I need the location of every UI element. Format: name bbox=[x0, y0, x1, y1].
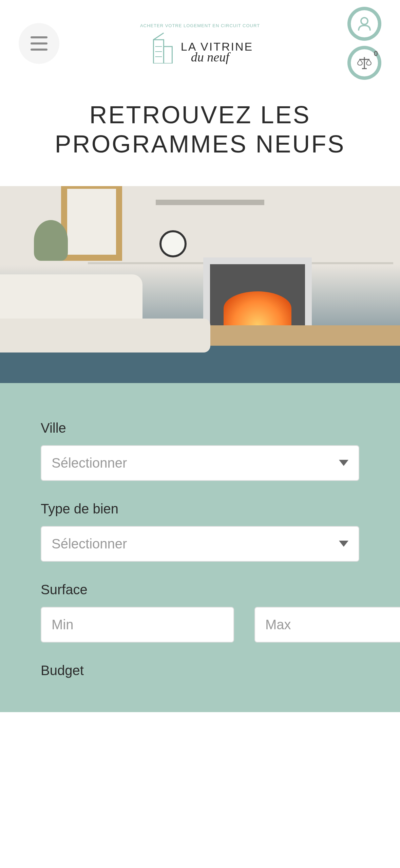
type-select[interactable]: Sélectionner bbox=[41, 526, 359, 562]
hero-decor bbox=[0, 274, 217, 369]
hero-decor bbox=[61, 186, 122, 261]
logo[interactable]: ACHETER VOTRE LOGEMENT EN CIRCUIT COURT … bbox=[140, 23, 260, 64]
scale-icon bbox=[356, 54, 373, 71]
type-placeholder: Sélectionner bbox=[52, 536, 127, 551]
header: ACHETER VOTRE LOGEMENT EN CIRCUIT COURT … bbox=[0, 0, 400, 87]
hero-image bbox=[0, 186, 400, 383]
hero-decor bbox=[34, 220, 68, 261]
form-group-ville: Ville Sélectionner bbox=[41, 420, 359, 481]
user-icon bbox=[356, 15, 373, 32]
ville-label: Ville bbox=[41, 420, 359, 436]
ville-placeholder: Sélectionner bbox=[52, 455, 127, 471]
compare-button[interactable]: 0 bbox=[347, 46, 381, 80]
surface-label: Surface bbox=[41, 582, 359, 597]
svg-rect-1 bbox=[164, 47, 172, 64]
hero-decor bbox=[156, 200, 264, 205]
chevron-down-icon bbox=[339, 541, 348, 547]
svg-line-2 bbox=[154, 33, 164, 40]
building-icon bbox=[147, 30, 177, 64]
compare-badge: 0 bbox=[374, 49, 378, 58]
svg-point-6 bbox=[361, 18, 368, 24]
logo-text-bottom: du neuf bbox=[191, 51, 253, 64]
hero-decor bbox=[224, 291, 291, 325]
logo-tagline: ACHETER VOTRE LOGEMENT EN CIRCUIT COURT bbox=[140, 23, 260, 28]
page-title: RETROUVEZ LES PROGRAMMES NEUFS bbox=[0, 87, 400, 186]
type-label: Type de bien bbox=[41, 501, 359, 517]
logo-main: LA VITRINE du neuf bbox=[147, 30, 253, 64]
hamburger-line bbox=[31, 36, 47, 38]
header-actions: 0 bbox=[347, 7, 381, 80]
chevron-down-icon bbox=[339, 460, 348, 466]
account-icon-wrapper bbox=[351, 10, 378, 37]
search-panel: Ville Sélectionner Type de bien Sélectio… bbox=[0, 383, 400, 712]
account-button[interactable] bbox=[347, 7, 381, 41]
surface-max-input[interactable] bbox=[254, 607, 400, 643]
surface-inputs bbox=[41, 607, 359, 643]
ville-select[interactable]: Sélectionner bbox=[41, 445, 359, 481]
logo-text: LA VITRINE du neuf bbox=[181, 41, 253, 64]
surface-min-input[interactable] bbox=[41, 607, 234, 643]
hero-decor bbox=[159, 230, 187, 257]
hero-decor bbox=[0, 319, 210, 352]
menu-button[interactable] bbox=[19, 23, 59, 64]
form-group-type: Type de bien Sélectionner bbox=[41, 501, 359, 562]
budget-label: Budget bbox=[41, 663, 359, 678]
hero-decor bbox=[203, 257, 312, 332]
hamburger-line bbox=[31, 42, 47, 44]
hamburger-line bbox=[31, 49, 47, 51]
form-group-budget: Budget bbox=[41, 663, 359, 678]
form-group-surface: Surface bbox=[41, 582, 359, 643]
